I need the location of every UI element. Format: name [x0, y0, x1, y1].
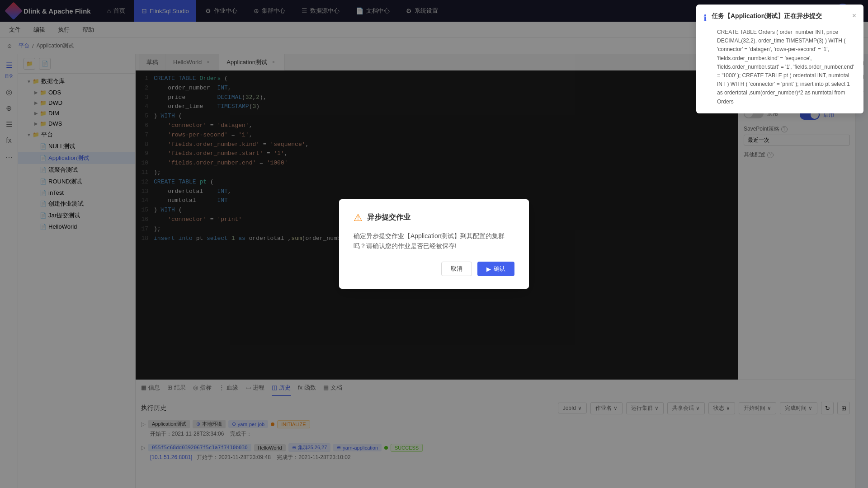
modal-warning-icon: ⚠	[354, 212, 363, 224]
notification-icon: ℹ	[703, 13, 707, 23]
confirm-dialog: ⚠ 异步提交作业 确定异步提交作业【Application测试】到其配置的集群吗…	[339, 199, 529, 289]
notification-close-btn[interactable]: ×	[852, 12, 856, 20]
notification-body: CREATE TABLE Orders ( order_number INT, …	[703, 28, 856, 106]
modal-body: 确定异步提交作业【Application测试】到其配置的集群吗？请确认您的作业是…	[354, 231, 514, 251]
notification-popup: ℹ 任务【Application测试】正在异步提交 × CREATE TABLE…	[696, 5, 863, 113]
cancel-button[interactable]: 取消	[441, 262, 472, 276]
notification-header: ℹ 任务【Application测试】正在异步提交 ×	[703, 12, 856, 23]
confirm-button[interactable]: ▶ 确认	[477, 262, 514, 276]
modal-footer: 取消 ▶ 确认	[354, 262, 514, 276]
notification-title: 任务【Application测试】正在异步提交	[712, 12, 848, 21]
modal-header: ⚠ 异步提交作业	[354, 212, 514, 224]
confirm-label: 确认	[494, 265, 505, 273]
modal-title: 异步提交作业	[367, 213, 410, 222]
confirm-icon: ▶	[486, 266, 491, 272]
